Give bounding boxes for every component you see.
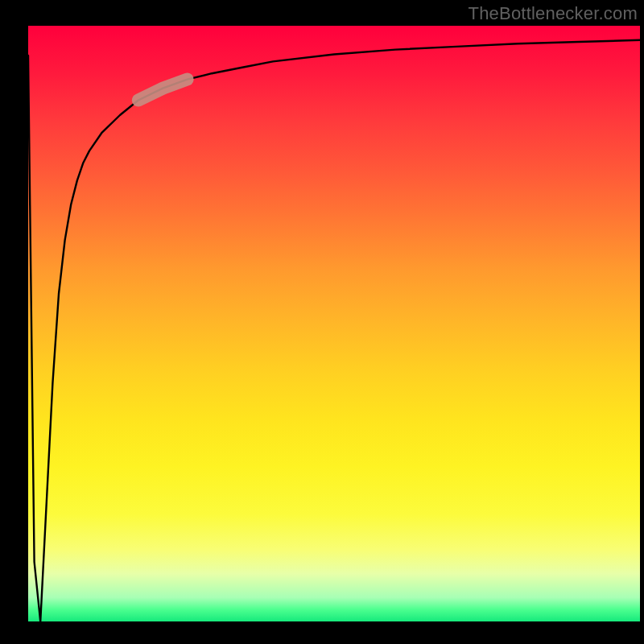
curve-path (28, 40, 640, 621)
chart-frame: TheBottlenecker.com (0, 0, 644, 644)
watermark-text: TheBottlenecker.com (469, 3, 638, 24)
highlight-segment (138, 80, 188, 101)
curve-layer (28, 26, 640, 621)
plot-area (28, 26, 640, 621)
